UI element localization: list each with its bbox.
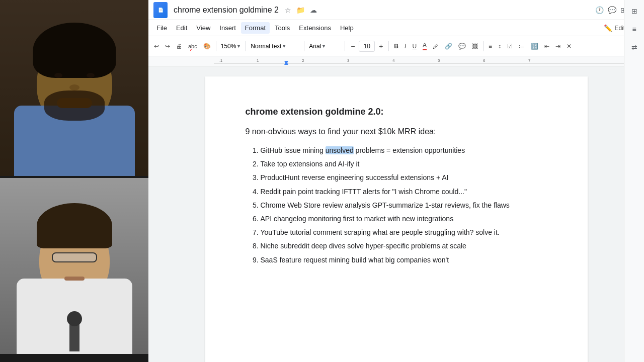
history-icon[interactable]: 🕐 [595,6,604,14]
style-dropdown[interactable]: Normal text ▼ [249,41,301,51]
numbered-list-button[interactable]: 🔢 [528,41,541,52]
list-item: Chrome Web Store review analysis GPT-sum… [261,199,547,212]
svg-text:-1: -1 [219,58,223,63]
line-spacing-button[interactable]: ↕ [496,41,504,52]
doc-title: chrome extension goldmine 2 [174,6,279,15]
svg-text:7: 7 [528,58,531,63]
highlight-button[interactable]: 🖊 [430,41,441,52]
separator-4 [345,41,345,51]
sidebar-icon-2[interactable]: ≡ [627,22,641,36]
link-button[interactable]: 🔗 [442,41,455,52]
right-sidebar: ⊞ ≡ ⇄ [624,0,644,362]
menu-file[interactable]: File [152,22,171,34]
svg-text:5: 5 [438,58,440,63]
checklist-button[interactable]: ☑ [505,41,515,52]
print-button[interactable]: 🖨 [174,41,185,52]
star-icon[interactable]: ☆ [285,6,291,14]
menu-extensions[interactable]: Extensions [295,22,335,34]
svg-text:3: 3 [347,58,350,63]
list-item: YouTube tutorial comment scraping what a… [261,226,547,239]
text-color-button[interactable]: A [420,40,429,52]
menu-format[interactable]: Format [241,22,270,34]
redo-button[interactable]: ↪ [163,41,173,52]
menu-edit[interactable]: Edit [172,22,191,34]
video-panel [0,0,148,362]
docs-window: 📄 chrome extension goldmine 2 ☆ 📁 ☁ 🕐 💬 … [148,0,644,362]
list-item: Reddit pain point tracking IFTTT alerts … [261,186,547,198]
doc-page[interactable]: chrome extension goldmine 2.0: 9 non-obv… [205,76,588,362]
spellcheck-button[interactable]: abc [186,41,200,51]
font-dropdown[interactable]: Arial ▼ [307,41,342,51]
separator-6 [483,41,484,51]
video-bottom [0,178,148,354]
list-item: Niche subreddit deep dives solve hyper-s… [261,240,547,252]
paint-format-button[interactable]: 🎨 [201,41,213,52]
list-item: Take top extensions and AI-ify it [261,158,547,170]
person-top-video [0,0,148,176]
italic-button[interactable]: I [402,41,409,52]
zoom-dropdown[interactable]: 150% ▼ [219,41,244,51]
toolbar: ↩ ↪ 🖨 abc 🎨 150% ▼ Normal text ▼ Arial ▼… [148,36,644,56]
menu-tools[interactable]: Tools [271,22,294,34]
font-size-increase[interactable]: + [376,41,386,52]
video-top [0,0,148,176]
comments-icon[interactable]: 💬 [608,6,616,14]
svg-text:1: 1 [257,58,259,63]
list-item: SaaS feature request mining build what b… [261,254,547,266]
separator-5 [388,41,389,51]
bold-button[interactable]: B [391,41,401,52]
align-button[interactable]: ≡ [486,41,495,52]
separator-3 [304,41,304,51]
sidebar-icon-1[interactable]: ⊞ [627,4,641,18]
decrease-indent-button[interactable]: ⇤ [542,41,552,52]
undo-button[interactable]: ↩ [151,41,162,52]
separator-1 [216,41,216,51]
title-icons: ☆ 📁 ☁ [285,6,317,14]
list-item: ProductHunt reverse engineering successf… [261,171,547,184]
bullet-list-button[interactable]: ≔ [516,41,527,52]
title-bar: 📄 chrome extension goldmine 2 ☆ 📁 ☁ 🕐 💬 … [148,0,644,20]
highlighted-word: unsolved [326,146,354,154]
document-title: chrome extension goldmine 2.0: [246,107,547,117]
doc-area: chrome extension goldmine 2.0: 9 non-obv… [148,66,644,362]
svg-text:6: 6 [483,58,486,63]
menu-bar: File Edit View Insert Format Tools Exten… [148,20,644,36]
underline-button[interactable]: U [410,41,419,52]
document-subtitle: 9 non-obvious ways to find your next $10… [246,127,547,136]
cloud-icon[interactable]: ☁ [310,6,317,14]
increase-indent-button[interactable]: ⇥ [553,41,563,52]
font-size-decrease[interactable]: − [348,41,358,52]
font-size-input[interactable] [359,41,375,52]
menu-view[interactable]: View [192,22,214,34]
separator-2 [246,41,246,51]
comment-button[interactable]: 💬 [456,41,468,52]
ruler: -1 1 2 3 4 5 6 7 [148,56,644,66]
list-item: GitHub issue mining unsolved problems = … [261,144,547,157]
menu-insert[interactable]: Insert [215,22,240,34]
image-button[interactable]: 🖼 [469,41,480,52]
svg-text:4: 4 [392,58,395,63]
clear-format-button[interactable]: ✕ [564,41,574,52]
document-list: GitHub issue mining unsolved problems = … [246,144,547,266]
list-item: API changelog monitoring first to market… [261,213,547,225]
sidebar-icon-3[interactable]: ⇄ [627,40,641,54]
menu-help[interactable]: Help [336,22,358,34]
folder-icon[interactable]: 📁 [296,6,305,14]
person-bottom-video [0,178,148,354]
svg-text:2: 2 [302,58,304,63]
font-size-control: − + [348,41,386,52]
